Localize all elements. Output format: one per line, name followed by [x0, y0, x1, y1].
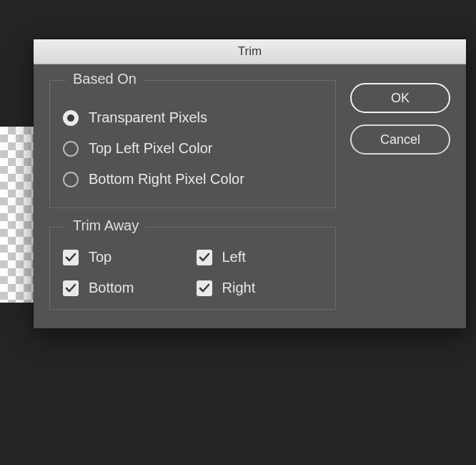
checkbox-left[interactable]: Left [197, 249, 323, 265]
radio-bottom-right-pixel-color[interactable]: Bottom Right Pixel Color [63, 164, 322, 195]
dialog-buttons: OK Cancel [350, 80, 450, 310]
trim-away-grid: Top Left Bottom [63, 249, 322, 296]
dialog-titlebar[interactable]: Trim [34, 39, 466, 64]
based-on-legend: Based On [66, 71, 144, 87]
checkmark-icon [197, 250, 212, 265]
checkbox-top[interactable]: Top [63, 249, 189, 265]
trim-away-legend: Trim Away [66, 217, 146, 234]
based-on-group: Based On Transparent Pixels Top Left Pix… [49, 80, 336, 208]
radio-icon [63, 141, 79, 157]
checkmark-icon [63, 280, 79, 296]
checkbox-right[interactable]: Right [197, 280, 323, 296]
checkmark-icon [63, 250, 79, 265]
checkmark-icon [197, 280, 212, 296]
dialog-body: Based On Transparent Pixels Top Left Pix… [34, 64, 466, 328]
checkbox-label: Right [222, 280, 256, 296]
trim-dialog: Trim Based On Transparent Pixels Top Lef… [34, 39, 466, 328]
ok-button[interactable]: OK [350, 83, 450, 113]
checkbox-bottom[interactable]: Bottom [63, 280, 189, 296]
checkbox-label: Left [222, 249, 246, 265]
cancel-button[interactable]: Cancel [350, 124, 450, 155]
radio-label: Bottom Right Pixel Color [89, 171, 244, 187]
checkbox-label: Top [89, 249, 111, 265]
radio-icon [63, 172, 79, 187]
radio-icon [63, 110, 79, 126]
radio-top-left-pixel-color[interactable]: Top Left Pixel Color [63, 133, 322, 164]
checkbox-label: Bottom [89, 280, 134, 296]
dialog-options: Based On Transparent Pixels Top Left Pix… [49, 80, 336, 310]
canvas-transparency-strip [0, 127, 34, 303]
dialog-title: Trim [238, 44, 262, 59]
radio-transparent-pixels[interactable]: Transparent Pixels [63, 102, 322, 133]
radio-label: Transparent Pixels [89, 109, 207, 126]
radio-label: Top Left Pixel Color [89, 140, 212, 157]
trim-away-group: Trim Away Top Left [49, 227, 336, 310]
